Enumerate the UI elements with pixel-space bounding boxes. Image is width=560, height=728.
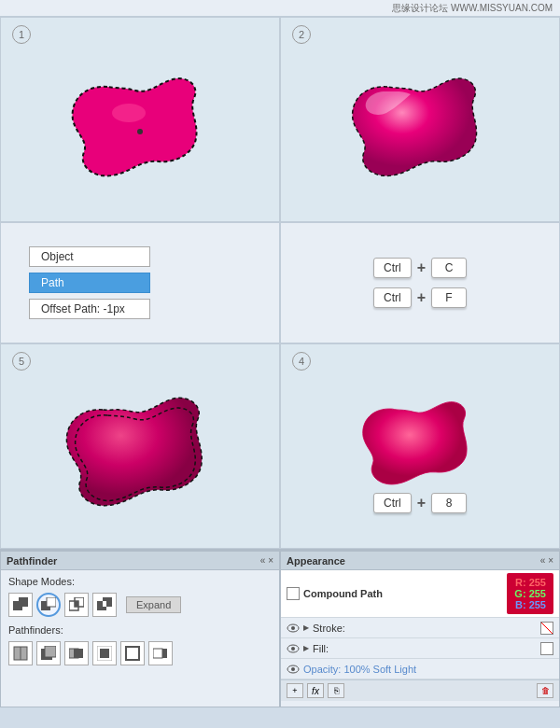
watermark-bar: 思缘设计论坛 WWW.MISSYUAN.COM [0, 0, 560, 17]
appearance-toolbar: + fx ⎘ 🗑 [281, 679, 559, 701]
svg-point-22 [291, 626, 295, 630]
fill-row: ▶ Fill: [281, 638, 559, 659]
fill-arrow-icon: ▶ [303, 644, 309, 652]
svg-rect-1 [19, 597, 28, 607]
plus-2: + [417, 289, 426, 306]
intersect-btn[interactable] [64, 593, 89, 617]
crop-icon [97, 646, 112, 661]
merge-icon [69, 646, 84, 661]
step-4-number: 4 [292, 352, 311, 371]
fill-label: Fill: [313, 643, 537, 654]
shape-modes-row: Expand [8, 593, 272, 617]
svg-point-24 [291, 647, 295, 651]
svg-point-26 [291, 667, 295, 671]
appearance-titlebar: Appearance « × [281, 552, 559, 570]
copy-item-btn[interactable]: ⎘ [328, 683, 344, 698]
pathfinder-body: Shape Modes: [1, 570, 279, 707]
shape-modes-label: Shape Modes: [8, 576, 272, 587]
menu-object[interactable]: Object [29, 246, 150, 267]
main-grid: 1 2 Object Path [0, 17, 560, 549]
step-1-blob [56, 49, 224, 189]
add-new-btn[interactable]: + [287, 683, 303, 698]
compound-label: Compound Path [303, 588, 503, 599]
step-4-blob [345, 379, 495, 482]
rgb-values-box: R: 255 G: 255 B: 255 [507, 573, 553, 614]
step-2-number: 2 [292, 25, 311, 44]
opacity-row: Opacity: 100% Soft Light [281, 659, 559, 679]
pathfinders-row [8, 641, 272, 665]
step-2-blob [336, 49, 504, 189]
step-5-cell: 5 [0, 343, 280, 549]
opacity-label: Opacity: 100% Soft Light [303, 664, 416, 675]
f-key[interactable]: F [431, 287, 467, 308]
minus-front-btn[interactable] [36, 593, 61, 617]
step-2-cell: 2 [280, 17, 560, 222]
outline-icon [125, 646, 140, 661]
pathfinders-label: Pathfinders: [8, 624, 272, 636]
stroke-label: Stroke: [313, 623, 537, 634]
blob1-highlight [112, 104, 146, 122]
svg-rect-15 [74, 649, 83, 658]
key-8[interactable]: 8 [431, 493, 467, 513]
menu-offset[interactable]: Offset Path: -1px [29, 299, 150, 319]
minus-front-icon [41, 597, 56, 612]
outline-btn[interactable] [120, 641, 145, 665]
step-5-blob [56, 376, 224, 516]
watermark-text: 思缘设计论坛 WWW.MISSYUAN.COM [392, 2, 553, 15]
svg-rect-6 [75, 601, 78, 607]
blob4-path [363, 402, 467, 484]
divide-icon [13, 646, 28, 661]
exclude-btn[interactable] [92, 593, 117, 617]
r-value: R: 255 [515, 577, 546, 588]
blob1-path [73, 78, 197, 175]
appearance-controls[interactable]: « × [540, 555, 553, 566]
svg-rect-13 [45, 646, 56, 657]
svg-rect-3 [47, 597, 56, 607]
trim-btn[interactable] [36, 641, 61, 665]
blob5-outer [66, 398, 202, 505]
expand-button[interactable]: Expand [126, 596, 181, 613]
appearance-body: Compound Path R: 255 G: 255 B: 255 ▶ Str… [281, 570, 559, 707]
stroke-swatch [540, 622, 553, 635]
divide-btn[interactable] [8, 641, 33, 665]
ctrl-key-8[interactable]: Ctrl [373, 493, 412, 513]
fill-swatch [540, 642, 553, 655]
plus-8: + [417, 495, 426, 511]
instructions-cell: Object Path Offset Path: -1px [0, 222, 280, 343]
menu-path[interactable]: Path [29, 273, 150, 293]
unite-icon [13, 597, 28, 612]
compound-path-row: Compound Path R: 255 G: 255 B: 255 [281, 570, 559, 618]
blob1-center [137, 129, 143, 134]
shortcut-row-8: Ctrl + 8 [373, 493, 467, 513]
ctrl-key-1[interactable]: Ctrl [373, 258, 412, 278]
step-5-number: 5 [12, 352, 31, 371]
minus-back-btn[interactable] [148, 641, 173, 665]
appearance-panel: Appearance « × Compound Path R: 255 G: 2… [280, 551, 560, 707]
appearance-title: Appearance [287, 555, 345, 567]
minus-back-icon [153, 646, 168, 661]
pathfinder-titlebar: Pathfinder « × [1, 552, 279, 570]
pathfinder-panel: Pathfinder « × Shape Modes: [0, 551, 280, 707]
svg-rect-20 [153, 649, 162, 658]
plus-1: + [417, 259, 426, 276]
c-key[interactable]: C [431, 258, 467, 278]
step-1-number: 1 [12, 25, 31, 44]
merge-btn[interactable] [64, 641, 89, 665]
pathfinder-title: Pathfinder [7, 555, 57, 567]
delete-item-btn[interactable]: 🗑 [537, 683, 553, 698]
unite-btn[interactable] [8, 593, 33, 617]
g-value: G: 255 [514, 588, 546, 599]
ctrl-key-2[interactable]: Ctrl [373, 287, 412, 308]
svg-rect-18 [126, 647, 139, 660]
step-4-cell: 4 Ctrl + 8 [280, 343, 560, 549]
opacity-eye-icon [287, 665, 300, 674]
svg-rect-9 [103, 601, 106, 607]
intersect-icon [69, 597, 84, 612]
fx-btn[interactable]: fx [307, 683, 324, 698]
stroke-row: ▶ Stroke: [281, 618, 559, 638]
pathfinder-controls[interactable]: « × [260, 555, 273, 566]
crop-btn[interactable] [92, 641, 117, 665]
blob2-path [353, 78, 477, 175]
shortcut-row-2: Ctrl + F [373, 287, 467, 308]
step-1-cell: 1 [0, 17, 280, 222]
